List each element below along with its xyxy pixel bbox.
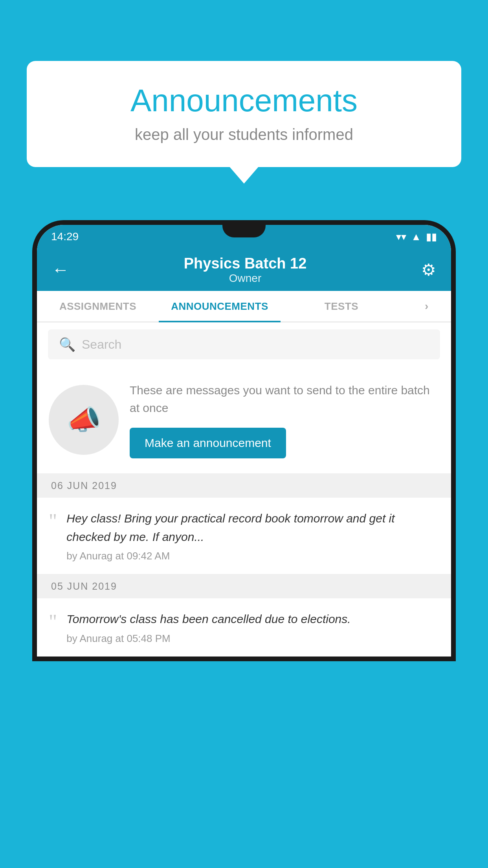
speech-bubble-subtitle: keep all your students informed [58, 126, 430, 143]
search-input-placeholder[interactable]: Search [82, 337, 121, 352]
phone-screen: 14:29 ▾▾ ▲ ▮▮ ← Physics Batch 12 Owner ⚙ [37, 225, 451, 657]
tabs-bar: ASSIGNMENTS ANNOUNCEMENTS TESTS › [37, 291, 451, 322]
announcement-item-1: " Hey class! Bring your practical record… [37, 498, 451, 574]
search-bar[interactable]: 🔍 Search [48, 329, 440, 359]
date-separator-1: 06 JUN 2019 [37, 474, 451, 498]
tab-assignments[interactable]: ASSIGNMENTS [37, 291, 159, 322]
header-title: Physics Batch 12 [184, 255, 307, 272]
search-icon: 🔍 [59, 337, 75, 352]
search-section: 🔍 Search [37, 322, 451, 366]
announcement-content-2: Tomorrow's class has been cancelled due … [66, 610, 439, 645]
tab-announcements[interactable]: ANNOUNCEMENTS [159, 291, 281, 322]
settings-icon[interactable]: ⚙ [421, 260, 436, 280]
promo-icon-circle: 📣 [49, 385, 119, 455]
date-separator-2: 05 JUN 2019 [37, 574, 451, 598]
megaphone-icon: 📣 [67, 404, 101, 436]
make-announcement-button[interactable]: Make an announcement [130, 428, 286, 458]
promo-right: These are messages you want to send to t… [130, 381, 439, 458]
header-subtitle: Owner [184, 272, 307, 285]
notch [222, 225, 266, 237]
speech-bubble-title: Announcements [58, 83, 430, 119]
announcement-meta-2: by Anurag at 05:48 PM [66, 633, 439, 645]
announcement-text-2: Tomorrow's class has been cancelled due … [66, 610, 439, 629]
announcement-item-2: " Tomorrow's class has been cancelled du… [37, 598, 451, 657]
status-time: 14:29 [51, 230, 79, 243]
header-center: Physics Batch 12 Owner [184, 255, 307, 285]
speech-bubble: Announcements keep all your students inf… [27, 61, 461, 167]
phone-outer: 14:29 ▾▾ ▲ ▮▮ ← Physics Batch 12 Owner ⚙ [32, 220, 456, 661]
battery-icon: ▮▮ [426, 231, 437, 243]
app-header: ← Physics Batch 12 Owner ⚙ [37, 248, 451, 291]
tab-tests[interactable]: TESTS [281, 291, 402, 322]
tab-more[interactable]: › [402, 291, 451, 322]
back-button[interactable]: ← [52, 260, 69, 280]
announcement-meta-1: by Anurag at 09:42 AM [66, 550, 439, 562]
speech-bubble-container: Announcements keep all your students inf… [27, 61, 461, 167]
quote-icon-1: " [49, 511, 57, 531]
promo-block: 📣 These are messages you want to send to… [37, 366, 451, 474]
status-icons: ▾▾ ▲ ▮▮ [396, 231, 437, 243]
announcement-text-1: Hey class! Bring your practical record b… [66, 509, 439, 546]
status-bar: 14:29 ▾▾ ▲ ▮▮ [37, 225, 451, 248]
wifi-icon: ▾▾ [396, 231, 406, 243]
promo-text: These are messages you want to send to t… [130, 381, 439, 417]
phone-wrapper: 14:29 ▾▾ ▲ ▮▮ ← Physics Batch 12 Owner ⚙ [32, 220, 456, 868]
announcement-content-1: Hey class! Bring your practical record b… [66, 509, 439, 562]
signal-icon: ▲ [411, 231, 421, 243]
quote-icon-2: " [49, 612, 57, 632]
